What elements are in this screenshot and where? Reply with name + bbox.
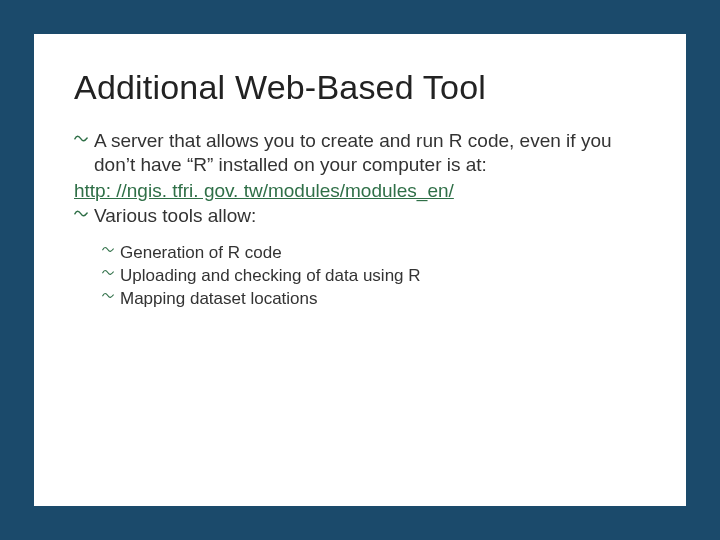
tool-link[interactable]: http: //ngis. tfri. gov. tw/modules/modu… (74, 179, 646, 203)
slide-body: A server that allows you to create and r… (74, 129, 646, 311)
bullet-text: Various tools allow: (94, 204, 646, 228)
sub-bullet-item: Generation of R code (102, 242, 646, 265)
slide-frame: Additional Web-Based Tool A server that … (0, 0, 720, 540)
bullet-item: Various tools allow: (74, 204, 646, 228)
wave-bullet-icon (102, 242, 120, 255)
wave-bullet-icon (102, 265, 120, 278)
wave-bullet-icon (74, 129, 94, 145)
bullet-text: A server that allows you to create and r… (94, 129, 646, 177)
slide-content: Additional Web-Based Tool A server that … (34, 34, 686, 506)
slide-title: Additional Web-Based Tool (74, 68, 646, 107)
bullet-item: A server that allows you to create and r… (74, 129, 646, 177)
wave-bullet-icon (74, 204, 94, 220)
sub-bullet-list: Generation of R code Uploading and check… (74, 242, 646, 311)
sub-bullet-text: Generation of R code (120, 242, 646, 265)
sub-bullet-item: Uploading and checking of data using R (102, 265, 646, 288)
wave-bullet-icon (102, 288, 120, 301)
sub-bullet-text: Mapping dataset locations (120, 288, 646, 311)
sub-bullet-text: Uploading and checking of data using R (120, 265, 646, 288)
sub-bullet-item: Mapping dataset locations (102, 288, 646, 311)
